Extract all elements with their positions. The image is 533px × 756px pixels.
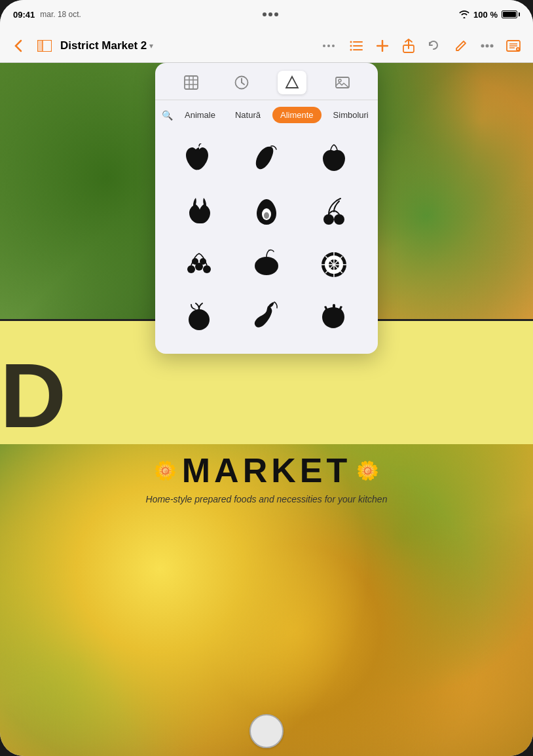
icon-grid [155,128,378,354]
toolbar-dots [318,35,339,56]
toolbar-actions [344,34,525,58]
document-title[interactable]: District Market 2 ▾ [60,39,153,52]
share-button[interactable] [397,34,420,58]
svg-line-29 [242,83,244,85]
battery-pct: 100 % [473,10,498,20]
big-letter-d: D [0,343,64,449]
pen-button[interactable] [449,34,473,58]
svg-point-13 [486,44,489,47]
category-filter: 🔍 Animale Natură Alimente Simboluri E… [155,100,378,128]
icon-orange-slice[interactable] [300,238,367,291]
status-bar: 09:41 mar. 18 oct. 100 % [0,0,533,29]
svg-point-35 [334,214,344,225]
popup-tabs [155,63,378,100]
cat-animale[interactable]: Animale [177,107,223,123]
add-button[interactable] [371,34,394,58]
tab-recent[interactable] [227,71,256,94]
category-search-icon: 🔍 [162,110,173,121]
icon-tomato[interactable] [166,291,233,343]
home-button[interactable] [249,714,284,748]
icon-olives[interactable] [166,238,233,291]
tab-shapes[interactable] [278,71,306,94]
list-button[interactable] [344,34,368,58]
status-right: 100 % [459,10,520,20]
svg-rect-50 [333,304,335,309]
icon-lemon[interactable] [233,238,301,291]
svg-point-31 [339,79,341,82]
sidebar-button[interactable] [34,35,55,56]
status-center-dots [263,12,278,16]
svg-point-41 [255,257,278,275]
svg-point-6 [350,41,352,43]
icon-avocado[interactable] [233,186,301,238]
svg-point-36 [187,265,195,273]
cat-simboluri[interactable]: Simboluri [325,107,377,123]
time-display: 09:41 [13,10,35,20]
status-time: 09:41 mar. 18 oct. [13,10,81,20]
battery-icon [502,10,520,18]
date-display: mar. 18 oct. [40,10,81,19]
svg-point-7 [350,45,352,47]
icon-pear[interactable] [166,186,233,238]
svg-point-38 [203,265,211,273]
reader-button[interactable] [502,34,525,58]
toolbar: District Market 2 ▾ [0,29,533,63]
svg-point-49 [189,309,210,330]
document-title-text: District Market 2 [60,39,147,52]
svg-point-33 [264,212,269,219]
icon-chili[interactable] [233,291,301,343]
icon-banana[interactable] [233,134,301,186]
market-text: MARKET [182,451,351,490]
tab-media[interactable] [328,71,357,94]
undo-button[interactable] [423,34,447,58]
wifi-icon [459,10,469,18]
emoji-picker-popup: 🔍 Animale Natură Alimente Simboluri E… [155,63,378,354]
svg-rect-22 [185,76,198,89]
more-button[interactable] [475,34,499,58]
center-dot-2 [268,12,272,16]
back-button[interactable] [8,35,29,56]
page-subtitle: Home-style prepared foods and necessitie… [146,494,388,504]
page-content: D 🌼 MARKET 🌼 Home-style prepared foods a… [0,63,533,756]
emoji-right: 🌼 [356,460,379,482]
center-dot-3 [274,12,278,16]
emoji-left: 🌼 [154,460,177,482]
center-dot-1 [263,12,266,16]
icon-apple[interactable] [166,134,233,186]
tab-table[interactable] [177,71,206,94]
ipad-frame: 09:41 mar. 18 oct. 100 % [0,0,533,756]
svg-point-8 [350,48,352,50]
icon-bell-pepper[interactable] [300,291,367,343]
icon-cherries[interactable] [300,186,367,238]
cat-alimente[interactable]: Alimente [272,107,322,123]
svg-rect-0 [37,40,43,52]
icon-strawberry[interactable] [300,134,367,186]
market-title-area: 🌼 MARKET 🌼 Home-style prepared foods and… [0,451,533,504]
svg-point-12 [481,44,485,47]
svg-point-34 [323,214,334,225]
svg-point-14 [490,44,494,47]
cat-natura[interactable]: Natură [227,107,268,123]
title-chevron-icon: ▾ [149,41,153,50]
